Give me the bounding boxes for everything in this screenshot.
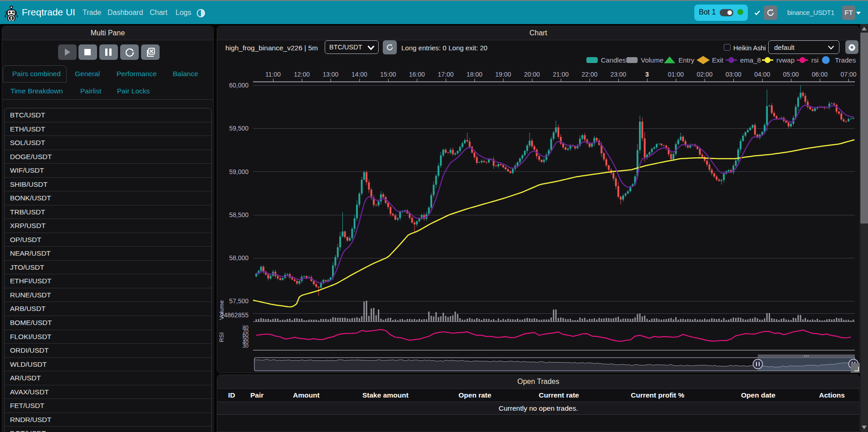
svg-text:23:00: 23:00 — [610, 71, 626, 78]
svg-text:Entry: Entry — [678, 56, 695, 64]
svg-text:05:00: 05:00 — [783, 71, 799, 78]
svg-text:06:00: 06:00 — [812, 71, 828, 78]
svg-text:22:00: 22:00 — [581, 71, 597, 78]
svg-text:15:00: 15:00 — [380, 71, 396, 78]
svg-text:58,000: 58,000 — [229, 254, 249, 262]
svg-text:3: 3 — [645, 71, 649, 78]
svg-text:Candles: Candles — [601, 56, 626, 64]
svg-text:57,500: 57,500 — [229, 297, 249, 305]
svg-text:03:00: 03:00 — [726, 71, 741, 78]
svg-text:13:00: 13:00 — [322, 71, 338, 78]
svg-text:ema_8: ema_8 — [740, 56, 761, 64]
svg-text:30: 30 — [243, 343, 249, 349]
svg-text:Volume: Volume — [218, 300, 225, 320]
svg-text:19:00: 19:00 — [495, 71, 511, 78]
svg-text:14:00: 14:00 — [351, 71, 367, 78]
svg-text:59,500: 59,500 — [229, 125, 249, 132]
svg-text:Volume: Volume — [641, 56, 663, 64]
svg-text:rsi: rsi — [811, 56, 819, 64]
svg-text:16:00: 16:00 — [409, 71, 425, 78]
svg-text:01:00: 01:00 — [668, 71, 684, 78]
svg-text:17:00: 17:00 — [438, 71, 454, 78]
svg-text:02:00: 02:00 — [697, 71, 712, 78]
svg-text:18:00: 18:00 — [467, 71, 483, 78]
svg-text:Trades: Trades — [835, 56, 856, 64]
svg-text:59,000: 59,000 — [229, 168, 249, 175]
svg-text:21:00: 21:00 — [553, 71, 569, 78]
svg-text:11:00: 11:00 — [265, 71, 281, 78]
svg-text:RSI: RSI — [218, 332, 225, 342]
svg-text:Exit: Exit — [712, 56, 724, 64]
svg-text:12:00: 12:00 — [294, 71, 310, 78]
svg-text:07:00: 07:00 — [840, 71, 856, 78]
svg-text:20:00: 20:00 — [524, 71, 540, 78]
svg-text:58,500: 58,500 — [229, 211, 249, 218]
svg-text:60,000: 60,000 — [229, 82, 249, 89]
svg-text:rvwap: rvwap — [776, 56, 795, 64]
svg-text:04:00: 04:00 — [754, 71, 770, 78]
